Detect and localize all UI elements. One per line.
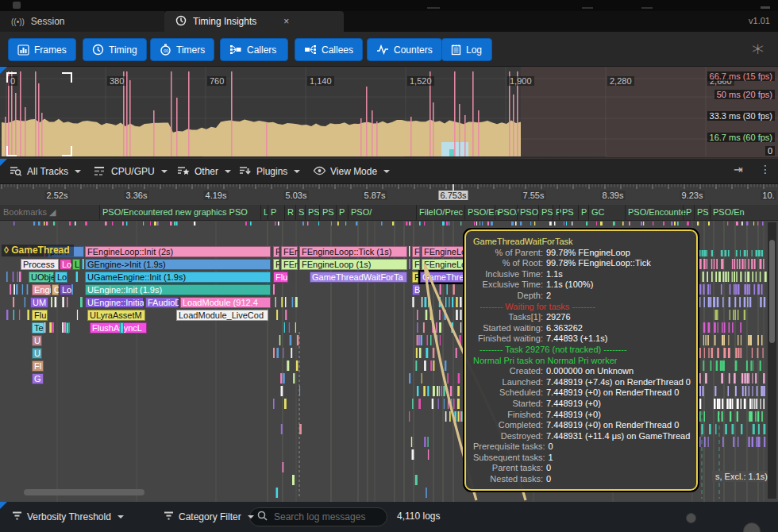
timing-event-bar[interactable]: F (273, 246, 279, 257)
timing-event-bar[interactable]: FEngineLo (422, 246, 466, 257)
log-filter-category-filter[interactable]: Category Filter (163, 509, 254, 525)
timing-event-bar[interactable]: LoadModule_LiveCod (176, 310, 268, 321)
timing-event-bar[interactable]: Fl (32, 360, 44, 372)
tooltip-field: Depth:2 (473, 291, 689, 302)
timing-event-bar[interactable]: F (273, 259, 279, 270)
time-label: 3.36s (125, 191, 149, 200)
bookmarks-label[interactable]: Bookmarks ◢ (3, 207, 56, 218)
timing-event-bar[interactable]: UEngine::Init (1.9s) (85, 284, 271, 295)
timing-event-bar[interactable]: FEn (281, 259, 298, 270)
button-counters[interactable]: Counters (367, 38, 442, 61)
bookmark-item[interactable]: PS (541, 207, 553, 217)
search-input[interactable] (272, 511, 376, 523)
selection-bracket[interactable] (62, 146, 72, 156)
bookmark-item[interactable]: PSO/ (498, 207, 518, 217)
bookmark-item[interactable]: P (339, 207, 345, 217)
timing-event-bar[interactable]: FlushAsyncL (90, 322, 147, 333)
selection-bracket[interactable] (62, 72, 72, 83)
timing-event-bar[interactable]: F (412, 272, 418, 283)
timing-event-bar[interactable]: FEngineLo (422, 259, 466, 270)
button-callees[interactable]: Callees (295, 38, 363, 61)
timing-event-bar[interactable]: FAudioD (145, 297, 179, 308)
selection-bracket[interactable] (6, 146, 17, 156)
bookmark-item[interactable]: PS (697, 207, 709, 217)
timing-event-bar[interactable] (120, 322, 124, 333)
timing-event-bar[interactable]: Te (32, 322, 44, 333)
bookmark-item[interactable]: PSO/En (713, 207, 745, 217)
timing-icon (92, 44, 104, 56)
timing-event-bar[interactable]: O (52, 284, 59, 295)
timing-event-bar[interactable]: LoadModule (912.4 (180, 297, 271, 308)
timing-event-bar[interactable]: UM (30, 297, 48, 308)
bookmark-item[interactable]: FileIO/Prec (419, 207, 463, 217)
bookmark-item[interactable]: S (298, 207, 304, 217)
close-icon[interactable]: × (283, 16, 289, 27)
bookmark-item[interactable]: PS (322, 207, 334, 217)
timing-event-bar[interactable]: Flu (32, 310, 48, 321)
scrollbar-thumb[interactable] (769, 240, 775, 343)
jump-to-end-icon[interactable]: ⇥ (734, 163, 743, 175)
timing-event-bar[interactable] (66, 322, 69, 333)
timing-tracks-panel[interactable]: ◊ GameThread s, Excl.: 1.1s) GameThreadW… (0, 221, 778, 502)
bookmark-item[interactable]: PSO/Encountered new graphics PSO (102, 207, 248, 217)
timing-event-bar[interactable]: UObjec (29, 272, 54, 283)
timing-event-bar[interactable]: FEngineLoop::Init (2s) (85, 246, 271, 257)
timing-event-bar[interactable]: G (32, 373, 44, 384)
timing-event-bar[interactable]: U (32, 348, 42, 359)
time-ruler[interactable]: 2.52s3.36s4.19s5.03s5.87s6.753s7.55s8.39… (0, 184, 778, 205)
timing-event-bar[interactable]: FEngineLoop (1s) (299, 259, 407, 270)
timing-event-bar[interactable]: L (72, 259, 80, 270)
bookmark-item[interactable]: PSO/Encounte (628, 207, 686, 217)
timing-event-bar[interactable]: Lo (60, 259, 71, 270)
timing-event-bar[interactable]: B (412, 284, 420, 295)
horizontal-scrollbar[interactable] (24, 489, 144, 495)
log-filter-verbosity-threshold[interactable]: Verbosity Threshold (11, 509, 124, 525)
timing-event-bar[interactable]: Flu (273, 272, 288, 283)
bookmark-item[interactable]: PSO/ (351, 207, 372, 217)
timing-event-bar[interactable]: FEngineLoop::Tick (1s) (299, 246, 407, 257)
button-callers[interactable]: Callers (220, 38, 288, 61)
timing-event-bar[interactable]: Lo (55, 272, 67, 283)
tab-session[interactable]: ((•)) Session (0, 11, 164, 32)
more-menu-icon[interactable]: ⋮ (760, 163, 771, 175)
timing-event-bar[interactable]: ULyraAssetM (87, 310, 145, 321)
filter-cpu-gpu[interactable]: CPU/GPU (94, 164, 168, 179)
timing-event-bar[interactable]: Lo (60, 284, 71, 295)
bookmark-item[interactable]: PS (562, 207, 574, 217)
timing-event-bar[interactable]: GEngine->Init (1.9s) (85, 259, 271, 270)
button-timers[interactable]: :00Timers (150, 38, 214, 61)
timing-event-bar[interactable]: UEngine::Initia (85, 297, 144, 308)
bookmark-item[interactable]: R (287, 207, 294, 217)
log-search-box[interactable] (249, 507, 387, 526)
bookmark-item[interactable]: P (581, 207, 587, 217)
log-scroll-knob[interactable] (686, 513, 696, 523)
vertical-scrollbar[interactable] (768, 222, 776, 499)
button-timing[interactable]: Timing (83, 38, 147, 61)
bookmark-item[interactable]: GC (591, 207, 605, 217)
button-frames[interactable]: Frames (8, 38, 76, 61)
tab-timing-insights[interactable]: Timing Insights × (164, 11, 344, 32)
filter-other[interactable]: Other (177, 164, 231, 179)
timing-event-bar[interactable]: F (412, 259, 420, 270)
gamethread-track-header[interactable]: ◊ GameThread (2, 245, 74, 256)
button-log[interactable]: Log (441, 38, 492, 61)
bug-icon[interactable]: 🞵 (753, 43, 764, 56)
filter-view-mode[interactable]: View Mode (313, 164, 390, 179)
timing-event-bar[interactable]: F (412, 246, 420, 257)
timing-event-bar[interactable]: GameThreadWaitForTa (310, 272, 407, 283)
timing-event-bar[interactable]: GameThre (420, 272, 466, 283)
bookmark-item[interactable]: PSO (520, 207, 538, 217)
timing-event-bar[interactable]: UGameEngine::Init (1.9s) (85, 272, 271, 283)
bookmark-item[interactable]: PS (308, 207, 320, 217)
filter-all-tracks[interactable]: All Tracks (10, 164, 81, 179)
timing-event-bar[interactable]: U (32, 335, 42, 346)
bookmark-item[interactable]: P (686, 207, 691, 217)
filter-plugins[interactable]: Plugins (239, 164, 300, 179)
timing-event-bar[interactable]: Process (21, 259, 59, 270)
resize-grip[interactable] (743, 522, 761, 532)
timing-event-bar[interactable]: FEn (281, 246, 298, 257)
selection-bracket[interactable] (6, 72, 17, 83)
bookmark-item[interactable]: P (271, 207, 276, 217)
frames-panel[interactable]: 03807601,1401,5201,9002,2802,66066.7 ms … (0, 67, 778, 159)
timing-event-bar[interactable]: Engi (32, 284, 51, 295)
